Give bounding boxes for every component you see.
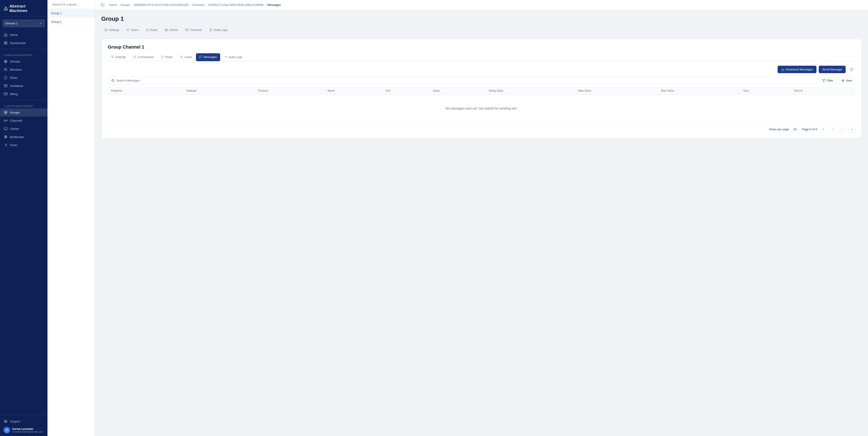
download-messages-button[interactable]: Download Messages bbox=[778, 66, 817, 73]
support-icon bbox=[4, 419, 8, 423]
send-message-label: Send Message bbox=[822, 68, 842, 71]
channel-tab-roles[interactable]: Roles bbox=[158, 53, 176, 61]
clients-management-label: Clients Management bbox=[0, 102, 48, 108]
mail-icon bbox=[4, 84, 8, 88]
support-item[interactable]: Support bbox=[4, 418, 44, 425]
svg-point-12 bbox=[5, 120, 6, 121]
sidebar-item-domain[interactable]: Domain bbox=[0, 57, 48, 65]
tab-settings[interactable]: Settings bbox=[101, 26, 123, 34]
ch-tab-settings-label: Settings bbox=[115, 55, 126, 59]
roles-tab-icon bbox=[146, 29, 149, 31]
send-message-button[interactable]: Send Message bbox=[819, 66, 846, 73]
col-sum: Sum bbox=[740, 87, 791, 95]
pagination: Rows per page 10 Page 0 of 0 « ‹ › » bbox=[108, 126, 855, 133]
topbar: Home › Groups › 989280f3-8176-4142-9708-… bbox=[95, 0, 868, 10]
last-page-button[interactable]: » bbox=[848, 126, 855, 133]
tab-clients[interactable]: Clients bbox=[162, 26, 181, 34]
sidebar-item-invitations[interactable]: Invitations bbox=[0, 82, 48, 90]
channel-tab-audit-logs[interactable]: Audit Logs bbox=[221, 53, 246, 61]
sidebar-item-invitations-label: Invitations bbox=[10, 84, 23, 88]
sidebar-toggle[interactable] bbox=[99, 2, 106, 8]
sidebar-item-domain-label: Domain bbox=[10, 60, 20, 63]
prev-page-button[interactable]: ‹ bbox=[829, 126, 836, 133]
clients-tab-icon bbox=[165, 29, 168, 31]
tab-settings-label: Settings bbox=[109, 28, 119, 32]
ch-tab-connections-label: Connections bbox=[137, 55, 154, 59]
svg-marker-52 bbox=[822, 79, 825, 82]
sidebar-item-groups[interactable]: Groups bbox=[0, 108, 48, 116]
search-bar bbox=[108, 77, 817, 84]
sidebar-nav: Home Dashboards Domain Management Domain… bbox=[0, 29, 48, 415]
rows-per-page-label: Rows per page bbox=[769, 128, 789, 131]
avatar: C bbox=[4, 427, 10, 433]
tab-roles-label: Roles bbox=[150, 28, 158, 32]
ch-tab-messages-label: Messages bbox=[204, 55, 217, 59]
tab-audit-logs[interactable]: Audit Logs bbox=[206, 26, 230, 34]
logo-text: Abstract Machines bbox=[9, 4, 44, 13]
domain-label: Domain 1 bbox=[5, 22, 18, 25]
sidebar-item-home-label: Home bbox=[10, 33, 18, 37]
user-info[interactable]: C Cersei Lannister cerseillannister@exam… bbox=[4, 427, 44, 433]
sidebar-item-rules[interactable]: Rules bbox=[0, 141, 48, 149]
breadcrumb-home[interactable]: Home bbox=[109, 3, 117, 6]
sidebar-item-dashboards-label: Dashboards bbox=[10, 41, 26, 45]
group-item-1[interactable]: Group 1 bbox=[48, 9, 95, 18]
refresh-button[interactable] bbox=[848, 66, 855, 73]
radio-icon bbox=[4, 119, 8, 123]
col-string-value: String Value bbox=[486, 87, 575, 95]
sidebar-item-clients[interactable]: Clients bbox=[0, 125, 48, 133]
group-search-input[interactable] bbox=[52, 3, 90, 6]
ch-tab-audit-logs-label: Audit Logs bbox=[228, 55, 242, 59]
users-tab-icon bbox=[127, 29, 129, 31]
sidebar-footer: Support C Cersei Lannister cerseillannis… bbox=[0, 415, 48, 436]
refresh-icon bbox=[850, 68, 853, 71]
search-messages-input[interactable] bbox=[116, 79, 813, 82]
svg-rect-32 bbox=[101, 4, 104, 6]
view-button[interactable]: View bbox=[838, 77, 855, 84]
page-content: Group 1 Settings Users Roles Clients bbox=[95, 10, 868, 436]
sidebar-item-bootstraps[interactable]: Bootstraps bbox=[0, 133, 48, 141]
group-item-2[interactable]: Group 2 bbox=[48, 18, 95, 26]
sidebar-item-billing[interactable]: Billing bbox=[0, 90, 48, 98]
filter-messages-icon bbox=[822, 79, 825, 82]
sidebar-item-members-label: Members bbox=[10, 68, 22, 71]
channel-tabs: Settings Connections Roles Users bbox=[108, 53, 855, 61]
table-header-row: Publisher Subtopic Protocol Name Unit Va… bbox=[108, 87, 855, 95]
channel-tab-settings[interactable]: Settings bbox=[108, 53, 129, 61]
sidebar-item-roles[interactable]: Roles bbox=[0, 74, 48, 82]
bootstrap-icon bbox=[4, 135, 8, 139]
sidebar-item-groups-label: Groups bbox=[10, 111, 20, 114]
globe-icon bbox=[4, 59, 8, 63]
first-page-button[interactable]: « bbox=[820, 126, 827, 133]
sidebar-item-channels-label: Channels bbox=[10, 119, 22, 122]
breadcrumb-group-id[interactable]: 989280f3-8176-4142-9708-4162a84f3105 bbox=[134, 3, 188, 6]
svg-point-35 bbox=[127, 29, 128, 30]
svg-marker-11 bbox=[4, 111, 7, 112]
sidebar-item-dashboards[interactable]: Dashboards bbox=[0, 39, 48, 47]
table-empty-row: No messages sent yet. Get started by sen… bbox=[108, 95, 855, 122]
tab-users[interactable]: Users bbox=[123, 26, 142, 34]
svg-rect-13 bbox=[4, 127, 7, 129]
next-page-button[interactable]: › bbox=[839, 126, 846, 133]
svg-line-51 bbox=[114, 81, 114, 82]
breadcrumb-channel-id[interactable]: 03385a75-10a2-485d-9636-26fb2253959b bbox=[208, 3, 264, 6]
sidebar-item-billing-label: Billing bbox=[10, 92, 18, 96]
channel-tab-connections[interactable]: Connections bbox=[130, 53, 157, 61]
users-icon bbox=[4, 68, 8, 72]
svg-rect-6 bbox=[6, 43, 7, 44]
channel-tab-users[interactable]: Users bbox=[177, 53, 195, 61]
tab-channels[interactable]: Channels bbox=[182, 26, 205, 34]
sidebar-item-channels[interactable]: Channels bbox=[0, 116, 48, 125]
pagination-rows: Rows per page 10 bbox=[769, 127, 799, 132]
filter-label: Filter bbox=[827, 79, 833, 82]
breadcrumb-groups[interactable]: Groups bbox=[121, 3, 130, 6]
breadcrumb-channels[interactable]: Channels bbox=[192, 3, 205, 6]
filter-button[interactable]: Filter bbox=[819, 77, 836, 84]
sidebar-item-home[interactable]: Home bbox=[0, 31, 48, 39]
col-unit: Unit bbox=[382, 87, 430, 95]
tab-roles[interactable]: Roles bbox=[143, 26, 161, 34]
logo: Abstract Machines bbox=[0, 0, 48, 17]
domain-selector[interactable]: Domain 1 bbox=[3, 20, 45, 27]
channel-tab-messages[interactable]: Messages bbox=[196, 53, 220, 61]
sidebar-item-members[interactable]: Members bbox=[0, 65, 48, 74]
